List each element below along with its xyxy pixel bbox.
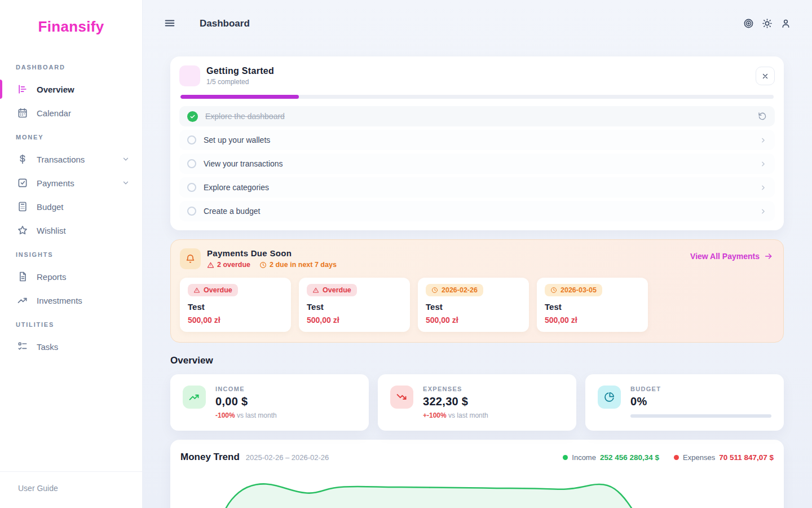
budget-progress-track <box>630 414 771 418</box>
payments-due-titles: Payments Due Soon 2 overdue 2 due in nex… <box>207 248 337 269</box>
star-icon <box>17 225 28 236</box>
close-icon <box>761 72 769 80</box>
getting-started-progress-text: 1/5 completed <box>206 78 274 86</box>
payment-card[interactable]: Overdue Test 500,00 zł <box>180 278 291 332</box>
close-button[interactable] <box>756 67 775 85</box>
overview-heading: Overview <box>170 355 784 366</box>
clock-icon <box>259 261 267 269</box>
sidebar-section-insights: INSIGHTS <box>0 242 142 265</box>
getting-started-progress-track <box>180 95 774 99</box>
payment-amount: 500,00 zł <box>426 316 521 325</box>
page-title: Dashboard <box>200 18 250 29</box>
sidebar-item-label: Payments <box>37 178 74 188</box>
chart-bar-icon <box>17 84 28 95</box>
checklist-item-label: Create a budget <box>204 207 260 216</box>
brand-logo: Finansify <box>0 0 142 55</box>
sidebar-item-calendar[interactable]: Calendar <box>0 101 142 125</box>
user-guide-link[interactable]: User Guide <box>18 484 58 493</box>
target-icon[interactable] <box>743 18 754 29</box>
income-delta: -100% <box>215 411 235 419</box>
unchecked-circle-icon <box>187 135 196 144</box>
sidebar-nav: DASHBOARD Overview Calendar MONEY Tran <box>0 55 142 471</box>
legend-item-expenses: Expenses 70 511 847,07 $ <box>674 453 774 462</box>
pie-chart-icon <box>598 386 621 409</box>
money-trend-card: Money Trend 2025-02-26 – 2026-02-26 Inco… <box>170 440 784 508</box>
sun-icon[interactable] <box>762 18 773 29</box>
topbar: Dashboard <box>143 0 812 34</box>
sidebar-item-reports[interactable]: Reports <box>0 265 142 288</box>
checklist-item-explore-dashboard[interactable]: Explore the dashboard <box>179 106 775 126</box>
chevron-right-icon <box>760 137 767 144</box>
legend-label: Income <box>572 453 596 462</box>
unchecked-circle-icon <box>187 159 196 168</box>
money-trend-header: Money Trend 2025-02-26 – 2026-02-26 Inco… <box>180 452 774 463</box>
unchecked-circle-icon <box>187 183 196 192</box>
chevron-right-icon <box>760 208 767 215</box>
budget-stat-body: BUDGET 0% <box>630 386 771 418</box>
sidebar-item-label: Budget <box>37 202 64 212</box>
sidebar-item-overview[interactable]: Overview <box>0 77 142 101</box>
active-indicator <box>0 80 2 99</box>
payment-name: Test <box>307 302 402 312</box>
checklist-item-explore-categories[interactable]: Explore categories <box>179 177 775 198</box>
user-icon[interactable] <box>780 18 792 29</box>
chevron-down-icon <box>122 179 130 187</box>
menu-icon[interactable] <box>164 17 177 30</box>
income-stat-card: INCOME 0,00 $ -100% vs last month <box>170 374 369 431</box>
sidebar-section-money: MONEY <box>0 125 142 147</box>
money-trend-date-range: 2025-02-26 – 2026-02-26 <box>246 453 329 462</box>
checklist-item-setup-wallets[interactable]: Set up your wallets <box>179 130 775 150</box>
payment-amount: 500,00 zł <box>545 316 640 325</box>
expenses-stat-card: EXPENSES 322,30 $ +-100% vs last month <box>378 374 576 431</box>
sidebar-section-utilities: UTILITIES <box>0 312 142 335</box>
check-square-icon <box>17 177 28 189</box>
sidebar-item-label: Tasks <box>37 342 58 352</box>
topbar-actions <box>743 18 792 29</box>
delta-suffix: vs last month <box>235 411 277 419</box>
sidebar-item-transactions[interactable]: Transactions <box>0 147 142 171</box>
unchecked-circle-icon <box>187 207 196 216</box>
checklist-item-view-transactions[interactable]: View your transactions <box>179 154 775 174</box>
stat-label: EXPENSES <box>423 386 564 392</box>
sidebar-item-label: Transactions <box>37 155 85 164</box>
payment-amount: 500,00 zł <box>188 316 283 325</box>
checklist-item-label: View your transactions <box>204 159 283 168</box>
payment-card[interactable]: 2026-02-26 Test 500,00 zł <box>418 278 529 332</box>
income-stat-body: INCOME 0,00 $ -100% vs last month <box>215 386 356 419</box>
payment-card[interactable]: Overdue Test 500,00 zł <box>299 278 410 332</box>
income-area-chart <box>180 475 774 508</box>
checklist-item-create-budget[interactable]: Create a budget <box>179 201 775 221</box>
getting-started-card: Getting Started 1/5 completed Explore th… <box>170 56 784 230</box>
upcoming-summary: 2 due in next 7 days <box>259 261 337 269</box>
payment-card[interactable]: 2026-03-05 Test 500,00 zł <box>537 278 648 332</box>
dashboard-content: Getting Started 1/5 completed Explore th… <box>143 34 812 508</box>
view-all-payments-link[interactable]: View All Payments <box>690 252 773 261</box>
check-circle-icon <box>187 111 198 122</box>
sidebar-item-investments[interactable]: Investments <box>0 288 142 312</box>
sidebar-item-label: Calendar <box>37 108 71 118</box>
sidebar-item-wishlist[interactable]: Wishlist <box>0 218 142 242</box>
overdue-summary: 2 overdue <box>207 261 250 269</box>
sidebar-item-label: Overview <box>37 85 74 94</box>
reset-icon[interactable] <box>758 112 767 121</box>
dollar-icon <box>17 154 28 165</box>
sidebar-footer: User Guide <box>0 471 142 508</box>
trending-up-icon <box>17 295 28 306</box>
stats-row: INCOME 0,00 $ -100% vs last month EXPENS… <box>170 374 784 431</box>
getting-started-titles: Getting Started 1/5 completed <box>206 66 274 86</box>
arrow-right-icon <box>764 252 773 261</box>
sidebar: Finansify DASHBOARD Overview Calendar MO… <box>0 0 143 508</box>
payment-name: Test <box>188 302 283 312</box>
checklist-item-label: Explore categories <box>204 183 269 192</box>
payment-amount: 500,00 zł <box>307 316 402 325</box>
getting-started-header: Getting Started 1/5 completed <box>179 65 775 86</box>
sidebar-item-tasks[interactable]: Tasks <box>0 335 142 358</box>
sidebar-item-budget[interactable]: Budget <box>0 195 142 218</box>
budget-value: 0% <box>630 395 771 408</box>
warning-icon <box>207 261 214 269</box>
expenses-delta-row: +-100% vs last month <box>423 411 564 419</box>
sidebar-item-payments[interactable]: Payments <box>0 171 142 195</box>
money-trend-title: Money Trend <box>180 452 240 463</box>
warning-icon <box>312 287 319 294</box>
payments-due-header: Payments Due Soon 2 overdue 2 due in nex… <box>180 248 773 269</box>
